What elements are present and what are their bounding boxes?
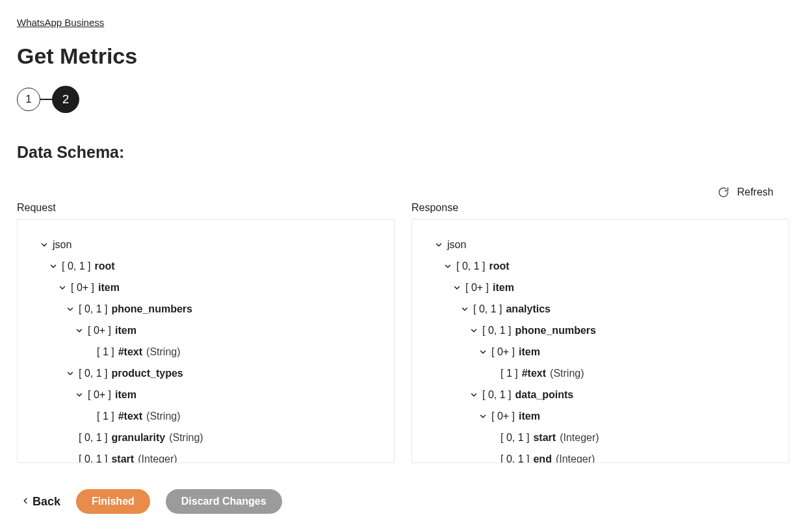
step-1[interactable]: 1 (17, 88, 40, 111)
node-cardinality: [ 1 ] (500, 366, 518, 381)
discard-button[interactable]: Discard Changes (166, 489, 282, 514)
chevron-down-icon[interactable] (460, 305, 469, 314)
tree-node[interactable]: [ 0+ ]item (426, 277, 774, 298)
tree-node[interactable]: json (32, 234, 380, 255)
chevron-down-icon[interactable] (478, 412, 488, 421)
back-label: Back (32, 495, 60, 509)
chevron-down-icon[interactable] (478, 348, 488, 357)
node-cardinality: [ 0+ ] (88, 323, 111, 338)
node-cardinality: [ 0+ ] (491, 344, 515, 360)
node-cardinality: [ 0+ ] (88, 387, 111, 403)
chevron-down-icon[interactable] (49, 262, 58, 271)
tree-node[interactable]: [ 0, 1 ]data_points (426, 384, 774, 405)
node-cardinality: [ 0, 1 ] (456, 259, 485, 274)
tree-node[interactable]: [ 0+ ]item (426, 341, 774, 362)
node-type: (Integer) (138, 451, 177, 464)
tree-node[interactable]: [ 1 ]#text(String) (426, 362, 774, 384)
chevron-down-icon[interactable] (452, 283, 462, 292)
chevron-down-icon[interactable] (469, 326, 478, 335)
step-connector (40, 99, 52, 100)
response-tree[interactable]: json[ 0, 1 ]root[ 0+ ]item[ 0, 1 ]analyt… (426, 234, 774, 463)
tree-node[interactable]: [ 0, 1 ]start(Integer) (32, 448, 380, 463)
node-cardinality: [ 1 ] (97, 409, 114, 424)
node-type: (String) (146, 409, 180, 424)
node-name: phone_numbers (111, 301, 192, 317)
node-name: phone_numbers (515, 323, 595, 338)
tree-node[interactable]: [ 0, 1 ]start(Integer) (426, 427, 774, 448)
finished-button[interactable]: Finished (76, 489, 150, 514)
node-cardinality: [ 0, 1 ] (79, 451, 107, 464)
node-type: (String) (146, 344, 180, 360)
node-name: item (519, 409, 540, 424)
tree-node[interactable]: [ 0, 1 ]end(Integer) (426, 448, 774, 463)
stepper: 1 2 (17, 86, 789, 113)
chevron-down-icon[interactable] (58, 283, 67, 292)
node-text: json (53, 237, 72, 253)
node-cardinality: [ 0, 1 ] (500, 451, 529, 464)
node-cardinality: [ 0+ ] (71, 280, 94, 296)
step-2[interactable]: 2 (52, 86, 79, 113)
node-name: start (533, 430, 556, 446)
node-cardinality: [ 0, 1 ] (473, 301, 502, 317)
tree-node[interactable]: [ 1 ]#text(String) (32, 341, 380, 362)
tree-node[interactable]: [ 0+ ]item (426, 405, 774, 427)
refresh-label: Refresh (737, 186, 774, 198)
chevron-down-icon[interactable] (66, 369, 75, 378)
tree-node[interactable]: [ 0, 1 ]product_types (32, 362, 380, 384)
chevron-down-icon[interactable] (75, 390, 84, 399)
node-name: #text (522, 366, 546, 381)
node-cardinality: [ 0, 1 ] (500, 430, 529, 446)
node-cardinality: [ 0, 1 ] (482, 387, 511, 403)
tree-node[interactable]: [ 0, 1 ]phone_numbers (426, 320, 774, 341)
tree-node[interactable]: [ 1 ]#text(String) (32, 405, 380, 427)
page-title: Get Metrics (17, 44, 789, 69)
node-cardinality: [ 0, 1 ] (79, 430, 107, 446)
tree-node[interactable]: [ 0, 1 ]root (32, 255, 380, 277)
node-name: item (493, 280, 514, 296)
chevron-down-icon[interactable] (469, 390, 478, 399)
tree-node[interactable]: [ 0, 1 ]phone_numbers (32, 298, 380, 320)
chevron-down-icon[interactable] (40, 240, 49, 249)
node-name: data_points (515, 387, 573, 403)
back-button[interactable]: Back (21, 495, 60, 509)
node-name: item (98, 280, 120, 296)
chevron-left-icon (21, 495, 30, 509)
node-name: root (489, 259, 509, 274)
node-type: (String) (550, 366, 584, 381)
node-name: analytics (506, 301, 550, 317)
tree-node[interactable]: json (426, 234, 774, 255)
node-type: (Integer) (556, 451, 595, 464)
tree-node[interactable]: [ 0, 1 ]analytics (426, 298, 774, 320)
chevron-down-icon[interactable] (443, 262, 452, 271)
node-cardinality: [ 0, 1 ] (79, 301, 107, 317)
tree-node[interactable]: [ 0, 1 ]root (426, 255, 774, 277)
request-header: Request (17, 202, 395, 214)
node-name: #text (118, 344, 142, 360)
node-cardinality: [ 0, 1 ] (482, 323, 511, 338)
request-panel: json[ 0, 1 ]root[ 0+ ]item[ 0, 1 ]phone_… (17, 219, 395, 463)
refresh-button[interactable]: Refresh (718, 186, 774, 198)
refresh-icon (718, 186, 729, 198)
tree-node[interactable]: [ 0+ ]item (32, 384, 380, 405)
node-name: product_types (111, 366, 183, 381)
node-cardinality: [ 0+ ] (465, 280, 489, 296)
node-name: item (519, 344, 540, 360)
chevron-down-icon[interactable] (75, 326, 84, 335)
chevron-down-icon[interactable] (66, 305, 75, 314)
node-name: granularity (111, 430, 165, 446)
response-panel: json[ 0, 1 ]root[ 0+ ]item[ 0, 1 ]analyt… (411, 219, 789, 463)
node-type: (String) (169, 430, 203, 446)
node-cardinality: [ 0, 1 ] (62, 259, 90, 274)
node-cardinality: [ 0+ ] (491, 409, 515, 424)
section-title: Data Schema: (17, 143, 789, 162)
node-type: (Integer) (560, 430, 599, 446)
request-tree[interactable]: json[ 0, 1 ]root[ 0+ ]item[ 0, 1 ]phone_… (32, 234, 380, 463)
tree-node[interactable]: [ 0, 1 ]granularity(String) (32, 427, 380, 448)
node-name: start (111, 451, 134, 464)
tree-node[interactable]: [ 0+ ]item (32, 320, 380, 341)
tree-node[interactable]: [ 0+ ]item (32, 277, 380, 298)
chevron-down-icon[interactable] (434, 240, 443, 249)
node-name: root (94, 259, 114, 274)
breadcrumb-link[interactable]: WhatsApp Business (17, 17, 104, 28)
node-cardinality: [ 1 ] (97, 344, 114, 360)
